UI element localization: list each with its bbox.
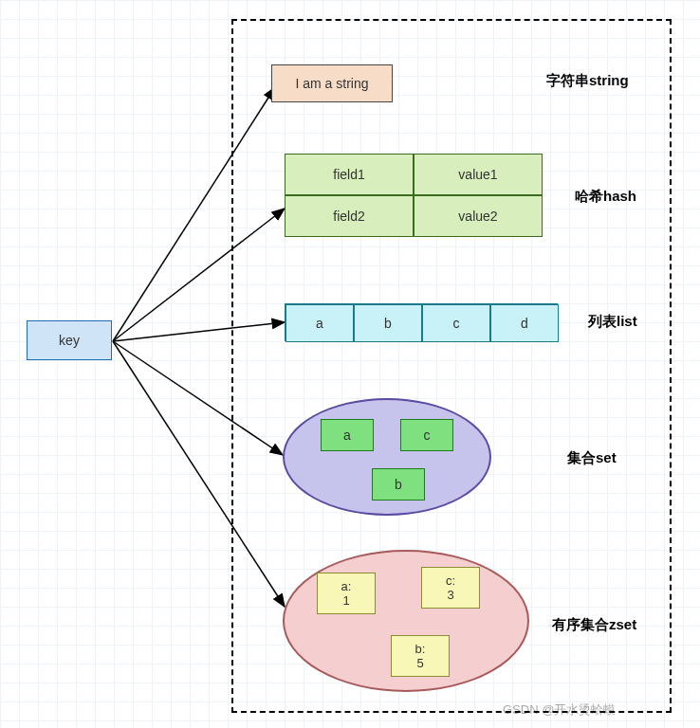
set-item-b: b <box>372 468 425 500</box>
string-value-box: I am a string <box>271 64 393 102</box>
watermark-text: GSDN @开水烫蛤蟆 <box>503 701 616 719</box>
list-item-2: c <box>422 304 490 342</box>
zset-item-b: b: 5 <box>391 635 450 677</box>
key-node: key <box>27 320 112 360</box>
key-label: key <box>59 333 80 348</box>
zset-item-c: c: 3 <box>421 567 480 609</box>
hash-field-1: field2 <box>285 195 414 237</box>
hash-value-0: value1 <box>414 154 543 195</box>
list-item-0: a <box>286 304 354 342</box>
hash-table: field1 value1 field2 value2 <box>285 154 543 237</box>
list-item-1: b <box>354 304 422 342</box>
set-type-label: 集合set <box>567 449 617 467</box>
hash-value-1: value2 <box>414 195 543 237</box>
zset-type-label: 有序集合zset <box>552 616 636 634</box>
set-item-c: c <box>400 419 453 451</box>
hash-type-label: 哈希hash <box>575 188 636 206</box>
hash-field-0: field1 <box>285 154 414 195</box>
string-type-label: 字符串string <box>546 72 629 90</box>
list-item-3: d <box>490 304 559 342</box>
set-item-a: a <box>321 419 374 451</box>
list-box: a b c d <box>285 303 558 341</box>
zset-item-a: a: 1 <box>317 573 376 614</box>
list-type-label: 列表list <box>588 313 637 331</box>
string-value: I am a string <box>295 76 368 91</box>
